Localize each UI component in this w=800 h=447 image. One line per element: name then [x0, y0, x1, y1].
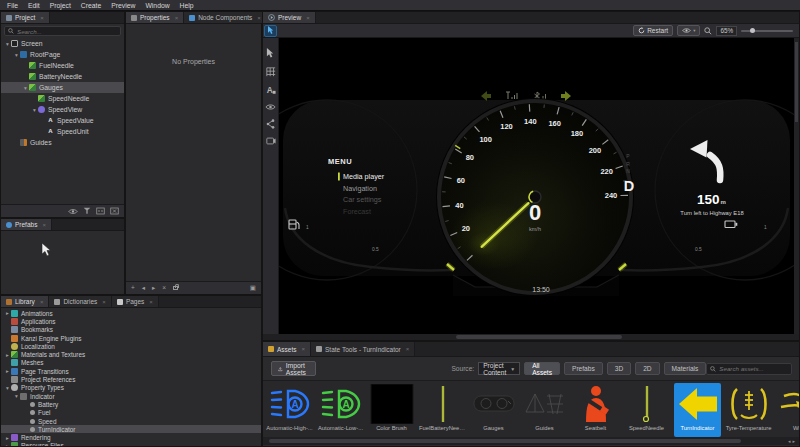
tree-item-speedunit[interactable]: ASpeedUnit: [1, 126, 124, 137]
expander-icon[interactable]: ▾: [13, 393, 20, 399]
expander-icon[interactable]: ▸: [4, 368, 11, 374]
tree-item-property-types[interactable]: ▾Property Types: [1, 384, 261, 392]
tree-item-gauges[interactable]: ▾Gauges: [1, 82, 124, 93]
eye-icon[interactable]: [68, 208, 78, 215]
camera-tool-icon[interactable]: [266, 137, 276, 145]
remove-icon[interactable]: ×: [162, 285, 166, 292]
tree-item-batteryneedle[interactable]: BatteryNeedle: [1, 71, 124, 82]
close-icon[interactable]: ×: [406, 346, 410, 352]
zoom-level-value[interactable]: 65%: [716, 26, 737, 36]
tree-item-meshes[interactable]: Meshes: [1, 359, 261, 367]
expander-icon[interactable]: ▸: [4, 443, 11, 446]
visibility-tool-icon[interactable]: [265, 103, 276, 111]
tree-item-speed[interactable]: Speed: [1, 417, 261, 425]
tree-item-page-transitions[interactable]: ▸Page Transitions: [1, 367, 261, 375]
visibility-button[interactable]: ▾: [677, 25, 700, 36]
tree-item-localization[interactable]: Localization: [1, 342, 261, 350]
tab-node-components[interactable]: Node Components ×: [184, 12, 267, 23]
asset-turnindicator[interactable]: TurnIndicator: [674, 383, 721, 437]
tree-item-battery[interactable]: Battery: [1, 400, 261, 408]
next-icon[interactable]: ▸: [152, 285, 155, 292]
tree-item-speedview[interactable]: ▾SpeedView: [1, 104, 124, 115]
zoom-slider-knob[interactable]: [750, 28, 755, 33]
import-assets-button[interactable]: Import Assets: [271, 361, 316, 376]
tree-item-speedneedle[interactable]: SpeedNeedle: [1, 93, 124, 104]
preview-vertical-scrollbar[interactable]: [794, 38, 799, 334]
close-icon[interactable]: ×: [102, 299, 106, 305]
tab-library[interactable]: Library ×: [1, 296, 49, 307]
grid-tool-icon[interactable]: [266, 67, 276, 77]
close-icon[interactable]: ×: [149, 299, 153, 305]
filter-2d[interactable]: 2D: [635, 362, 659, 375]
asset-tyre-temperature[interactable]: Tyre-Temperature: [725, 383, 772, 437]
add-property-icon[interactable]: +: [131, 285, 135, 292]
close-icon[interactable]: ×: [40, 15, 44, 21]
tree-item-fuelneedle[interactable]: FuelNeedle: [1, 60, 124, 71]
filter-all-assets[interactable]: All Assets: [524, 362, 560, 375]
assets-horizontal-scrollbar[interactable]: ◂▸: [263, 437, 799, 445]
expander-icon[interactable]: ▾: [4, 41, 11, 47]
close-icon[interactable]: ×: [175, 15, 179, 21]
menu-create[interactable]: Create: [76, 2, 106, 9]
asset-gauges[interactable]: Gauges: [470, 383, 517, 437]
expander-icon[interactable]: ▾: [31, 107, 38, 113]
tab-project[interactable]: Project ×: [1, 12, 50, 23]
asset-color-brush[interactable]: Color Brush: [368, 383, 415, 437]
scroll-arrows[interactable]: ◂▸: [788, 438, 797, 444]
expander-icon[interactable]: ▸: [4, 310, 11, 316]
text-tool-icon[interactable]: A: [266, 85, 276, 95]
asset-seatbelt[interactable]: Seatbelt: [572, 383, 619, 437]
close-icon[interactable]: ×: [257, 15, 261, 21]
asset-speedneedle[interactable]: SpeedNeedle: [623, 383, 670, 437]
tab-state-tools[interactable]: State Tools - TurnIndicator ×: [311, 342, 415, 356]
tree-item-guides[interactable]: Guides: [1, 137, 124, 148]
menu-help[interactable]: Help: [175, 2, 199, 9]
interact-tool-button[interactable]: [264, 25, 277, 37]
tree-item-indicator[interactable]: ▾Indicator: [1, 392, 261, 400]
project-search[interactable]: [4, 26, 121, 36]
share-tool-icon[interactable]: [266, 119, 275, 129]
lock-icon[interactable]: [173, 286, 178, 290]
close-icon[interactable]: ×: [42, 222, 46, 228]
tree-item-speedvalue[interactable]: ASpeedValue: [1, 115, 124, 126]
close-icon[interactable]: ×: [302, 346, 306, 352]
assets-search-input[interactable]: [719, 365, 788, 372]
tree-item-animations[interactable]: ▸Animations: [1, 309, 261, 317]
tab-pages[interactable]: Pages ×: [112, 296, 159, 307]
expander-icon[interactable]: ▾: [13, 52, 20, 58]
zoom-slider[interactable]: [741, 30, 793, 32]
tree-item-bookmarks[interactable]: Bookmarks: [1, 326, 261, 334]
menu-file[interactable]: File: [2, 2, 23, 9]
asset-fuelbatteryneedle[interactable]: FuelBatteryNeedle: [419, 383, 466, 437]
restart-button[interactable]: Restart: [633, 25, 673, 36]
search-input[interactable]: [17, 28, 117, 35]
filter-icon[interactable]: [83, 207, 91, 215]
group-icon[interactable]: [96, 207, 105, 215]
tree-item-resource-files[interactable]: ▸Resource Files: [1, 442, 261, 446]
filter-3d[interactable]: 3D: [607, 362, 631, 375]
tree-item-fuel[interactable]: Fuel: [1, 409, 261, 417]
asset-wind[interactable]: Wind: [776, 383, 799, 437]
preview-canvas[interactable]: 20406080100120140160180200220240 0 km/h …: [279, 38, 794, 334]
expander-icon[interactable]: ▸: [4, 435, 11, 441]
expander-icon[interactable]: ▾: [22, 85, 29, 91]
copy-properties-icon[interactable]: ▣: [250, 285, 256, 292]
tree-item-turnindicator[interactable]: TurnIndicator: [1, 425, 261, 433]
filter-materials[interactable]: Materials: [664, 362, 707, 375]
prev-icon[interactable]: ◂: [142, 285, 145, 292]
source-dropdown[interactable]: Project Content ▼: [478, 362, 520, 375]
asset-automatic-low-[interactable]: AAutomatic-Low-...: [317, 383, 364, 437]
asset-guides[interactable]: Guides: [521, 383, 568, 437]
tree-item-project-references[interactable]: Project References: [1, 375, 261, 383]
tree-item-kanzi-engine-plugins[interactable]: Kanzi Engine Plugins: [1, 334, 261, 342]
menu-window[interactable]: Window: [140, 2, 174, 9]
close-icon[interactable]: ×: [306, 15, 310, 21]
tab-preview[interactable]: Preview ×: [263, 12, 316, 23]
menu-preview[interactable]: Preview: [106, 2, 140, 9]
asset-automatic-high-[interactable]: AAutomatic-High-...: [266, 383, 313, 437]
assets-search[interactable]: [706, 363, 792, 375]
tree-item-materials-and-textures[interactable]: ▸Materials and Textures: [1, 350, 261, 358]
expander-icon[interactable]: ▾: [4, 385, 11, 391]
tab-dictionaries[interactable]: Dictionaries ×: [49, 296, 111, 307]
tree-item-screen[interactable]: ▾Screen: [1, 38, 124, 49]
